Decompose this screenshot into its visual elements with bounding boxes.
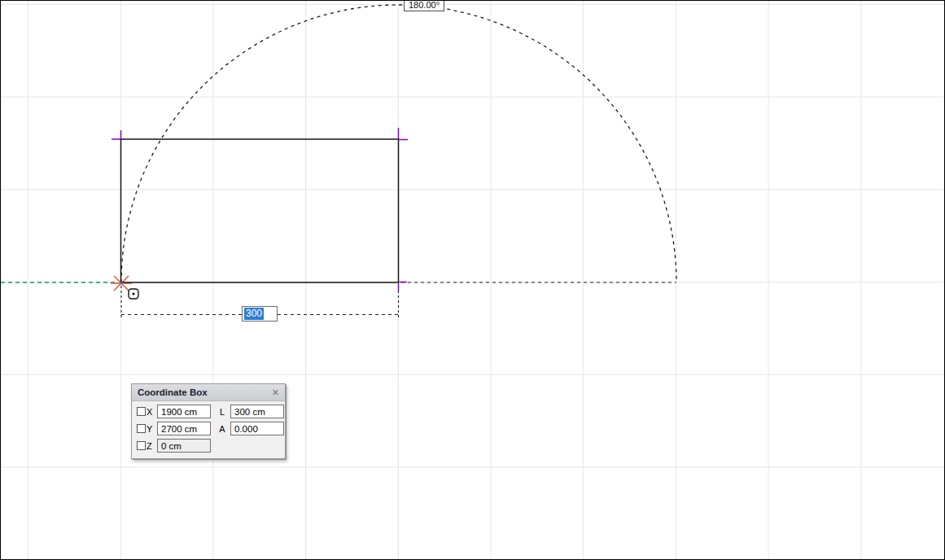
y-axis-label: Y <box>147 424 157 434</box>
coordinate-row-z: Z <box>137 437 285 454</box>
dimension-tracker-value: 300 <box>244 308 264 320</box>
z-axis-label: Z <box>147 441 157 451</box>
x-lock-checkbox[interactable] <box>137 407 146 416</box>
dimension-tracker-input[interactable]: 300 <box>242 306 278 322</box>
x-value-field[interactable] <box>157 405 211 418</box>
angle-readout: 180.00° <box>404 0 444 11</box>
z-lock-checkbox[interactable] <box>137 441 146 450</box>
palette-title-bar[interactable]: Coordinate Box ✕ <box>132 384 285 401</box>
x-axis-label: X <box>147 407 157 417</box>
y-value-field[interactable] <box>157 422 211 435</box>
grid-background <box>1 1 945 560</box>
coordinate-box-palette[interactable]: Coordinate Box ✕ X L Y A Z <box>131 383 286 459</box>
length-value-field[interactable] <box>230 405 284 418</box>
coordinate-row-y: Y A <box>137 420 285 437</box>
angle-value-field[interactable] <box>230 422 284 435</box>
palette-title: Coordinate Box <box>138 387 272 397</box>
palette-body: X L Y A Z <box>132 401 285 458</box>
z-value-field[interactable] <box>157 439 211 453</box>
close-icon[interactable]: ✕ <box>272 388 279 397</box>
snap-point-dot <box>120 282 123 285</box>
drawing-canvas[interactable]: 180.00° 300 Coordinate Box ✕ X L Y A <box>0 0 945 560</box>
angle-readout-value: 180.00° <box>409 0 440 10</box>
cursor-origin-icon <box>129 289 138 299</box>
angle-label: A <box>216 424 229 434</box>
coordinate-row-x: X L <box>137 403 285 420</box>
y-lock-checkbox[interactable] <box>137 424 146 433</box>
drawing-layer <box>1 1 945 560</box>
length-label: L <box>216 407 229 417</box>
